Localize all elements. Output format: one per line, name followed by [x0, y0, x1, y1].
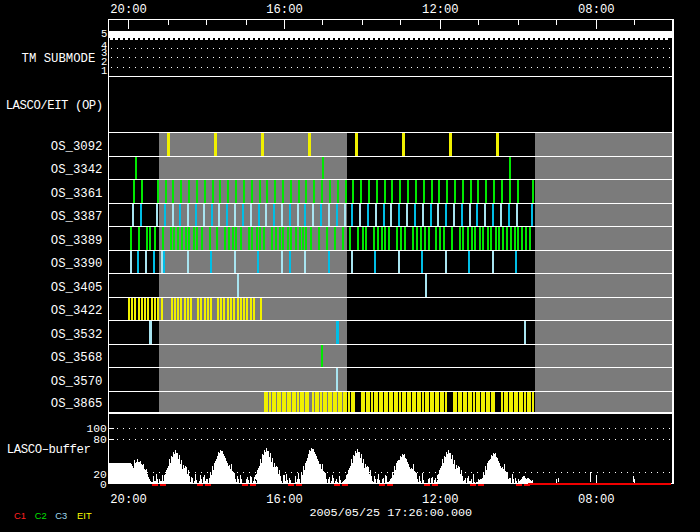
- svg-text:TM SUBMODE: TM SUBMODE: [22, 52, 96, 66]
- svg-text:LASCO–buffer: LASCO–buffer: [7, 443, 91, 457]
- svg-text:OS_3570: OS_3570: [51, 375, 103, 389]
- svg-text:OS_3422: OS_3422: [51, 304, 103, 318]
- svg-text:C1: C1: [14, 511, 26, 521]
- svg-text:OS_3405: OS_3405: [51, 281, 103, 295]
- svg-text:LASCO/EIT (OP): LASCO/EIT (OP): [6, 99, 103, 113]
- svg-text:EIT: EIT: [77, 511, 92, 521]
- svg-text:C3: C3: [55, 511, 67, 521]
- svg-text:16:00: 16:00: [266, 493, 303, 507]
- svg-text:OS_3865: OS_3865: [51, 397, 103, 411]
- svg-text:16:00: 16:00: [266, 3, 303, 17]
- svg-text:OS_3361: OS_3361: [51, 187, 103, 201]
- svg-text:1: 1: [101, 65, 107, 77]
- svg-text:OS_3387: OS_3387: [51, 210, 103, 224]
- svg-text:80: 80: [93, 434, 107, 446]
- svg-text:OS_3532: OS_3532: [51, 328, 103, 342]
- svg-text:2005/05/25 17:26:00.000: 2005/05/25 17:26:00.000: [309, 506, 472, 520]
- svg-text:5: 5: [101, 28, 107, 40]
- svg-text:OS_3390: OS_3390: [51, 257, 103, 271]
- svg-text:0: 0: [100, 479, 107, 491]
- svg-text:OS_3389: OS_3389: [51, 234, 103, 248]
- svg-text:08:00: 08:00: [578, 493, 615, 507]
- svg-text:08:00: 08:00: [578, 3, 615, 17]
- svg-text:12:00: 12:00: [422, 3, 459, 17]
- svg-text:OS_3092: OS_3092: [51, 140, 103, 154]
- svg-text:20:00: 20:00: [110, 3, 147, 17]
- svg-text:C2: C2: [35, 511, 47, 521]
- svg-text:OS_3342: OS_3342: [51, 163, 103, 177]
- svg-text:12:00: 12:00: [422, 493, 459, 507]
- svg-text:20:00: 20:00: [110, 493, 147, 507]
- svg-text:OS_3568: OS_3568: [51, 351, 103, 365]
